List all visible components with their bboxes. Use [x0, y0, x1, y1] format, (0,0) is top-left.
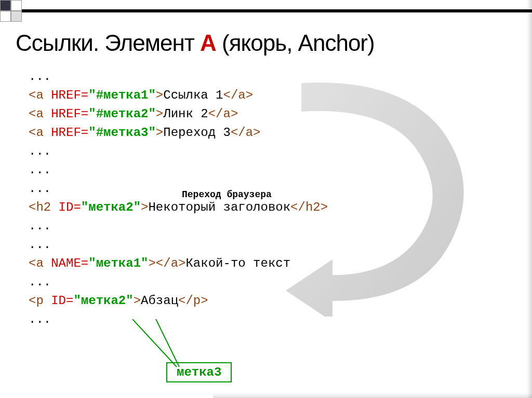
code-line: ... [29, 67, 328, 86]
code-line-aname: <a NAME="метка1"></a>Какой-то текст [29, 254, 328, 273]
slide-header-decoration [0, 0, 532, 22]
code-line: ... [29, 310, 328, 329]
code-line-p: <p ID="метка2">Абзац</p> [29, 292, 328, 310]
code-line-link1: <a HREF="#метка1">Ссылка 1</a> [29, 86, 328, 105]
code-line: ... [29, 180, 328, 198]
title-highlight: A [200, 30, 216, 56]
code-line: ... [29, 161, 328, 180]
code-line-link3: <a HREF="#метка3">Переход 3</a> [29, 123, 328, 142]
title-prefix: Ссылки. Элемент [16, 30, 200, 56]
shadow-decoration [213, 393, 532, 398]
code-line: ... [29, 142, 328, 161]
transition-label: Переход браузера [182, 189, 272, 200]
title-suffix: (якорь, Anchor) [216, 30, 375, 56]
code-line: ... [29, 273, 328, 292]
code-line-h2: <h2 ID="метка2">Некоторый заголовок</h2> [29, 198, 328, 217]
code-block: ... <a HREF="#метка1">Ссылка 1</a> <a HR… [29, 67, 328, 329]
shadow-decoration [527, 0, 532, 398]
code-line: ... [29, 217, 328, 236]
label-box-metka3: метка3 [166, 362, 232, 382]
code-line: ... [29, 236, 328, 254]
slide-title: Ссылки. Элемент A (якорь, Anchor) [16, 30, 375, 56]
code-line-link2: <a HREF="#метка2">Линк 2</a> [29, 105, 328, 123]
